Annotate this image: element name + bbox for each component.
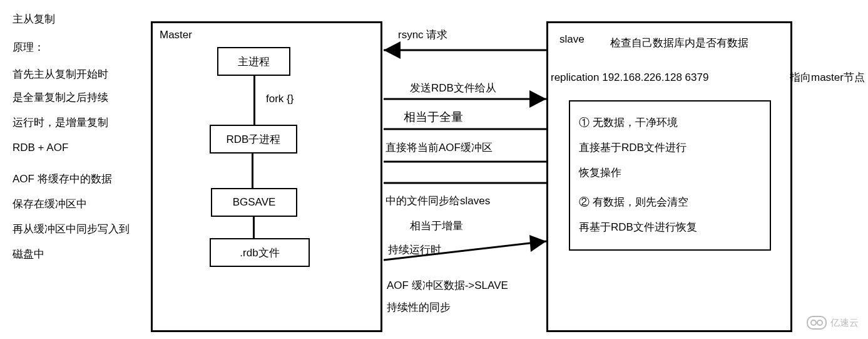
principle-line-4: RDB + AOF — [13, 141, 68, 155]
fork-label: fork {} — [266, 92, 294, 106]
send-rdb-label: 发送RDB文件给从 — [410, 81, 496, 95]
principle-line-6: 保存在缓冲区中 — [13, 197, 87, 211]
principle-line-7: 再从缓冲区中同步写入到 — [13, 222, 130, 236]
slave-inner-1: ① 无数据，干净环境 — [579, 116, 678, 130]
principle-line-1: 首先主从复制开始时 — [13, 68, 108, 81]
bgsave-box: BGSAVE — [211, 188, 297, 217]
watermark-icon — [807, 316, 827, 330]
svg-marker-0 — [384, 41, 401, 59]
svg-marker-1 — [529, 90, 546, 108]
aof-slave-label-2: 持续性的同步 — [387, 301, 451, 315]
sync-slaves-label: 中的文件同步给slaves — [385, 194, 490, 208]
aof-slave-label-1: AOF 缓冲区数据->SLAVE — [387, 279, 508, 293]
svg-marker-5 — [529, 235, 546, 252]
aof-buf-label: 直接将当前AOF缓冲区 — [385, 141, 493, 155]
rdb-process-box: RDB子进程 — [210, 125, 297, 154]
rdb-file-label: .rdb文件 — [240, 246, 279, 260]
running-label: 持续运行时 — [388, 243, 441, 257]
rdb-process-label: RDB子进程 — [227, 132, 281, 147]
watermark-text: 亿速云 — [830, 317, 859, 329]
slave-inner-5: 再基于RDB文件进行恢复 — [579, 221, 697, 234]
bgsave-label: BGSAVE — [233, 196, 276, 209]
rsync-label: rsync 请求 — [398, 28, 447, 42]
slave-inner-3: 恢复操作 — [579, 166, 621, 180]
arrow-label: 指向master节点 — [790, 71, 865, 85]
main-process-box: 主进程 — [217, 47, 290, 76]
title-text: 主从复制 — [13, 13, 55, 26]
principle-line-2: 是全量复制之后持续 — [13, 91, 108, 105]
master-line-3 — [253, 217, 255, 238]
master-line-1 — [253, 76, 255, 125]
principle-label: 原理： — [13, 41, 44, 55]
replication-label: replication 192.168.226.128 6379 — [551, 71, 708, 85]
slave-inner-4: ② 有数据，则先会清空 — [579, 196, 688, 209]
slave-check-label: 检查自己数据库内是否有数据 — [610, 36, 748, 50]
watermark: 亿速云 — [807, 316, 859, 330]
slave-label: slave — [559, 33, 585, 46]
principle-line-5: AOF 将缓存中的数据 — [13, 172, 112, 186]
full-label: 相当于全量 — [404, 110, 463, 125]
principle-line-3: 运行时，是增量复制 — [13, 116, 108, 130]
slave-inner-2: 直接基于RDB文件进行 — [579, 141, 687, 155]
incremental-label: 相当于增量 — [410, 219, 463, 233]
principle-line-8: 磁盘中 — [13, 248, 44, 261]
rdb-file-box: .rdb文件 — [210, 238, 310, 267]
main-process-label: 主进程 — [238, 55, 270, 69]
master-line-2 — [252, 154, 253, 188]
master-label: Master — [160, 28, 192, 42]
